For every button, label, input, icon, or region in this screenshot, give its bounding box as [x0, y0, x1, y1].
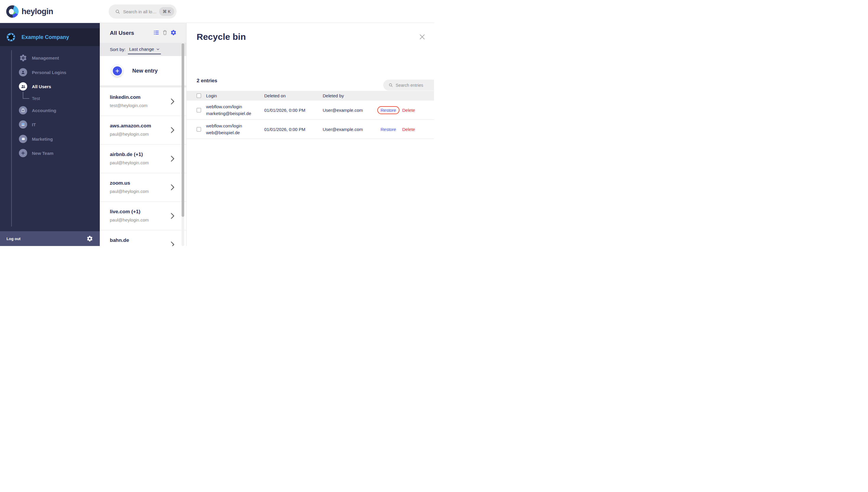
- list-view-icon[interactable]: [153, 29, 159, 36]
- login-title: zoom.us: [110, 180, 130, 186]
- page-title: Recycle bin: [197, 32, 246, 42]
- company-header[interactable]: Example Company: [0, 28, 100, 46]
- entries-count: 2 entries: [197, 78, 217, 84]
- list-item-airbnb[interactable]: airbnb.de (+1) paul@heylogin.com: [100, 145, 186, 173]
- sidebar-item-accounting[interactable]: Accounting: [0, 105, 100, 116]
- sidebar-item-new-team[interactable]: New Team: [0, 148, 100, 158]
- sidebar-item-label: Personal Logins: [32, 70, 66, 75]
- delete-button[interactable]: Delete: [402, 127, 415, 132]
- row-checkbox[interactable]: [197, 108, 201, 113]
- chevron-right-icon: [171, 98, 174, 105]
- sidebar: Example Company Management Personal Logi…: [0, 23, 100, 246]
- envelope-icon: [19, 135, 27, 143]
- sort-row: Sort by: Last change: [100, 43, 186, 56]
- deleted-by-cell: User@example.com: [323, 127, 380, 132]
- login-subtitle: test@heylogin.com: [110, 103, 148, 108]
- people-icon: [19, 82, 27, 91]
- list-item-aws[interactable]: aws.amazon.com paul@heylogin.com: [100, 116, 186, 145]
- deleted-on-cell: 01/01/2026, 0:00 PM: [264, 108, 323, 113]
- login-subtitle: paul@heylogin.com: [110, 217, 149, 222]
- login-title: airbnb.de (+1): [110, 152, 143, 157]
- list-item-bahn[interactable]: bahn.de paul@heylogin.com: [100, 230, 186, 246]
- logout-button[interactable]: Log out: [6, 237, 21, 241]
- list-item-zoom[interactable]: zoom.us paul@heylogin.com: [100, 173, 186, 202]
- delete-button[interactable]: Delete: [402, 108, 415, 113]
- row-actions: Restore Delete: [380, 106, 428, 114]
- search-shortcut-badge: ⌘ K: [159, 7, 174, 16]
- login-title: aws.amazon.com: [110, 123, 151, 129]
- chevron-right-icon: [171, 241, 174, 246]
- close-icon[interactable]: [419, 34, 425, 40]
- row-checkbox[interactable]: [197, 127, 201, 131]
- table-row: webflow.com/login marketing@beispiel.de …: [187, 101, 434, 120]
- login-subtitle: paul@heylogin.com: [110, 131, 149, 137]
- sidebar-item-test[interactable]: Test: [0, 93, 100, 103]
- login-title: bahn.de: [110, 238, 129, 243]
- sidebar-item-marketing[interactable]: Marketing: [0, 133, 100, 144]
- chevron-right-icon: [171, 213, 174, 219]
- sidebar-item-all-users[interactable]: All Users: [0, 81, 100, 92]
- logins-list: New entry linkedin.com test@heylogin.com…: [100, 56, 186, 246]
- heylogin-logo-text: heylogin: [22, 7, 53, 16]
- chevron-right-icon: [171, 184, 174, 191]
- top-bar: heylogin ⌘ K: [0, 0, 434, 23]
- settings-gear-icon[interactable]: [87, 236, 93, 242]
- table-row: webflow.com/login web@beispiel.de 01/01/…: [187, 120, 434, 139]
- recycle-bin-trash-icon[interactable]: [162, 29, 168, 36]
- login-subtitle: paul@heylogin.com: [110, 160, 149, 165]
- list-item-live[interactable]: live.com (+1) paul@heylogin.com: [100, 202, 186, 230]
- list-panel-title: All Users: [110, 30, 134, 36]
- chevron-down-icon: [156, 48, 160, 51]
- sort-value-text: Last change: [129, 47, 154, 52]
- login-subtitle: paul@heylogin.com: [110, 189, 149, 194]
- table-header: Login Deleted on Deleted by: [187, 91, 434, 101]
- deleted-by-cell: User@example.com: [323, 108, 380, 113]
- chevron-right-icon: [171, 155, 174, 162]
- management-gear-icon: [19, 54, 27, 62]
- list-item-linkedin[interactable]: linkedin.com test@heylogin.com: [100, 87, 186, 116]
- new-entry-plus-icon: [112, 65, 123, 76]
- restore-button[interactable]: Restore: [377, 106, 399, 114]
- sidebar-item-management[interactable]: Management: [0, 52, 100, 63]
- logout-bar: Log out: [0, 231, 100, 246]
- laptop-icon: [19, 120, 27, 129]
- sidebar-item-label: Marketing: [32, 137, 53, 142]
- global-search[interactable]: ⌘ K: [109, 4, 177, 19]
- new-entry-label: New entry: [132, 68, 158, 74]
- sidebar-item-label: Management: [32, 55, 59, 60]
- select-all-checkbox[interactable]: [197, 94, 201, 98]
- chevron-right-icon: [171, 127, 174, 133]
- sort-dropdown[interactable]: Last change: [128, 47, 161, 54]
- heylogin-logo: heylogin: [6, 2, 53, 21]
- login-title: live.com (+1): [110, 209, 140, 215]
- column-header-deleted-by: Deleted by: [323, 93, 380, 98]
- search-icon: [115, 9, 120, 14]
- recycle-bin-search-input[interactable]: [396, 83, 434, 88]
- sidebar-item-label: All Users: [32, 84, 51, 89]
- person-icon: [19, 68, 27, 76]
- login-cell: webflow.com/login web@beispiel.de: [206, 122, 264, 136]
- restore-button[interactable]: Restore: [377, 125, 399, 133]
- row-actions: Restore Delete: [380, 125, 428, 133]
- sidebar-item-label: Accounting: [32, 108, 56, 113]
- sidebar-item-it[interactable]: IT: [0, 119, 100, 130]
- login-cell: webflow.com/login marketing@beispiel.de: [206, 103, 264, 117]
- team-settings-gear-icon[interactable]: [170, 29, 177, 36]
- table-body: webflow.com/login marketing@beispiel.de …: [187, 101, 434, 139]
- sidebar-item-label: New Team: [32, 151, 53, 156]
- column-header-login: Login: [206, 93, 264, 98]
- app-window: heylogin ⌘ K: [0, 0, 434, 246]
- heylogin-logo-icon: [6, 5, 19, 18]
- search-icon: [389, 83, 393, 87]
- recycle-bin-panel: Recycle bin ⌘ U 2 entries Login Deleted …: [187, 23, 434, 246]
- column-header-deleted-on: Deleted on: [264, 93, 323, 98]
- new-entry-button[interactable]: New entry: [100, 56, 186, 85]
- sidebar-item-label: IT: [32, 122, 36, 127]
- global-search-input[interactable]: [123, 9, 159, 14]
- bank-icon: [19, 106, 27, 115]
- login-title: linkedin.com: [110, 94, 141, 100]
- deleted-on-cell: 01/01/2026, 0:00 PM: [264, 127, 323, 132]
- scrollbar-thumb[interactable]: [182, 43, 184, 217]
- sidebar-item-personal-logins[interactable]: Personal Logins: [0, 67, 100, 78]
- recycle-bin-search[interactable]: ⌘ U: [383, 80, 434, 91]
